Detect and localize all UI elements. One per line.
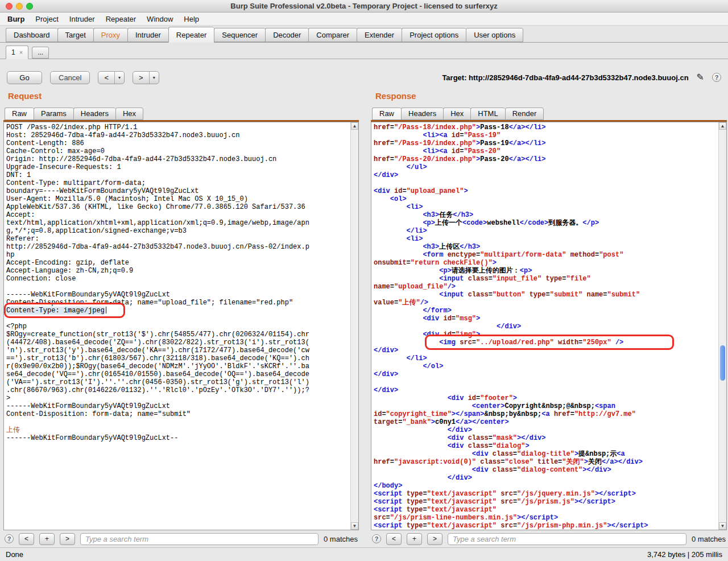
search-add-button[interactable]: + [39, 533, 55, 545]
request-line: Upgrade-Insecure-Requests: 1 [6, 163, 350, 171]
request-line: Content-Length: 886 [6, 139, 350, 147]
target-label: Target: http://2852946d-7dba-4fa9-ad44-2… [442, 73, 688, 82]
search-prev-button[interactable]: < [19, 533, 34, 545]
response-line: </li> [374, 227, 718, 235]
request-search-input[interactable] [80, 533, 318, 545]
search-prev-button[interactable]: < [386, 533, 402, 545]
menu-item-window[interactable]: Window [147, 15, 173, 23]
tab-target[interactable]: Target [57, 28, 93, 42]
request-tab-hex[interactable]: Hex [115, 108, 143, 120]
menu-item-project[interactable]: Project [35, 15, 58, 23]
response-line [374, 378, 718, 386]
cancel-button[interactable]: Cancel [50, 71, 90, 84]
tab-repeater[interactable]: Repeater [168, 27, 214, 43]
pencil-icon[interactable]: ✎ [697, 73, 704, 82]
session-tab-more[interactable]: ... [32, 47, 49, 59]
zoom-button[interactable] [26, 3, 33, 10]
tab-dashboard[interactable]: Dashboard [6, 28, 57, 42]
request-line: Content-Type: image/jpeg [6, 307, 350, 315]
request-line [6, 283, 350, 291]
tab-decoder[interactable]: Decoder [265, 28, 308, 42]
session-tab-label: ... [38, 47, 43, 58]
request-line: Content-Disposition: form-data; name="up… [6, 299, 350, 307]
tab-proxy[interactable]: Proxy [93, 28, 127, 42]
scroll-up-icon[interactable]: ▲ [351, 122, 358, 130]
request-tab-headers[interactable]: Headers [73, 108, 115, 120]
response-line: </ol> [374, 362, 718, 370]
response-line: </div> [374, 386, 718, 394]
menu-item-intruder[interactable]: Intruder [69, 15, 95, 23]
scrollbar-thumb[interactable] [720, 345, 725, 381]
response-tab-render[interactable]: Render [505, 108, 544, 120]
response-tab-raw[interactable]: Raw [372, 108, 401, 120]
response-line: </form> [374, 307, 718, 315]
chevron-down-icon[interactable]: ▾ [149, 72, 159, 84]
help-icon[interactable]: ? [5, 534, 14, 543]
request-tab-params[interactable]: Params [34, 108, 73, 120]
request-line [6, 418, 350, 426]
tab-project-options[interactable]: Project options [402, 28, 466, 42]
menu-item-repeater[interactable]: Repeater [106, 15, 136, 23]
request-match-count: 0 matches [324, 535, 358, 543]
response-line: <li><a id="Pass-19" [374, 131, 718, 139]
request-line: hp [6, 251, 350, 259]
history-back-button[interactable]: < ▾ [98, 71, 125, 84]
scroll-up-icon[interactable]: ▲ [719, 122, 726, 130]
response-line: <p>上传一个<code>webshell</code>到服务器。</p> [374, 219, 718, 227]
session-tab-1[interactable]: 1× [6, 46, 28, 59]
help-icon[interactable]: ? [712, 73, 721, 82]
help-icon[interactable]: ? [372, 534, 381, 543]
response-tab-hex[interactable]: Hex [443, 108, 470, 120]
menu-item-help[interactable]: Help [184, 15, 199, 23]
search-next-button[interactable]: > [427, 533, 442, 545]
response-line: <h3>上传区</h3> [374, 243, 718, 251]
response-tab-html[interactable]: HTML [470, 108, 504, 120]
request-scrollbar[interactable]: ▲ ▼ [350, 122, 358, 530]
main-tab-bar: DashboardTargetProxyIntruderRepeaterSequ… [0, 26, 728, 43]
response-line: <ol> [374, 195, 718, 203]
request-line: ------WebKitFormBoundary5yVAQt9l9gZucLxt [6, 291, 350, 299]
session-tab-bar: 1×... [0, 43, 728, 59]
tab-extender[interactable]: Extender [357, 28, 402, 42]
response-line: src="/js/prism-line-numbers.min.js"></sc… [374, 514, 718, 522]
menu-item-burp[interactable]: Burp [7, 15, 24, 23]
minimize-button[interactable] [16, 3, 23, 10]
request-line: Accept: [6, 211, 350, 219]
tab-sequencer[interactable]: Sequencer [214, 28, 265, 42]
tab-user-options[interactable]: User options [466, 28, 523, 42]
scroll-down-icon[interactable]: ▼ [351, 522, 358, 530]
go-button[interactable]: Go [7, 71, 42, 84]
response-line: <li> [374, 235, 718, 243]
response-search-input[interactable] [448, 533, 686, 545]
request-line: Cache-Control: max-age=0 [6, 147, 350, 155]
response-line: <li> [374, 203, 718, 211]
request-editor[interactable]: POST /Pass-02/index.php HTTP/1.1Host: 28… [3, 122, 359, 530]
tab-comparer[interactable]: Comparer [308, 28, 357, 42]
response-line: <div class="dialog-title">提&nbsp;示<a [374, 450, 718, 458]
chevron-down-icon[interactable]: ▾ [114, 72, 124, 84]
request-line: <?php [6, 323, 350, 331]
response-editor[interactable]: href="/Pass-18/index.php">Pass-18</a></l… [371, 122, 727, 530]
response-panel: Response RawHeadersHexHTMLRender href="/… [371, 90, 727, 546]
request-line: http://2852946d-7dba-4fa9-ad44-27b3d5332… [6, 243, 350, 251]
request-line: Referer: [6, 235, 350, 243]
request-code[interactable]: POST /Pass-02/index.php HTTP/1.1Host: 28… [4, 122, 350, 530]
response-line: value="上传"/> [374, 299, 718, 307]
scroll-down-icon[interactable]: ▼ [719, 522, 726, 530]
response-code[interactable]: href="/Pass-18/index.php">Pass-18</a></l… [371, 122, 718, 530]
history-forward-button[interactable]: > ▾ [133, 71, 159, 84]
close-tab-icon[interactable]: × [19, 50, 23, 56]
search-next-button[interactable]: > [60, 533, 75, 545]
request-line: Origin: http://2852946d-7dba-4fa9-ad44-2… [6, 155, 350, 163]
response-scrollbar[interactable]: ▲ ▼ [718, 122, 726, 530]
response-tab-headers[interactable]: Headers [401, 108, 443, 120]
status-metrics: 3,742 bytes | 205 millis [647, 550, 722, 559]
response-line: <input class="button" type="submit" name… [374, 291, 718, 299]
response-line: <div id="msg"> [374, 315, 718, 323]
search-add-button[interactable]: + [407, 533, 422, 545]
close-button[interactable] [6, 3, 13, 10]
tab-intruder[interactable]: Intruder [127, 28, 168, 42]
response-tab-bar: RawHeadersHexHTMLRender [371, 105, 727, 122]
response-line: <div id="footer"> [374, 394, 718, 402]
request-tab-raw[interactable]: Raw [5, 108, 34, 120]
